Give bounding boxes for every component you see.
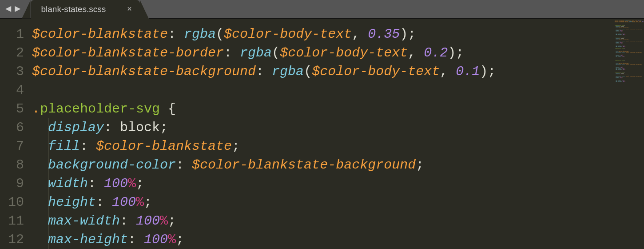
line-number: 10 xyxy=(0,193,24,212)
line-number: 8 xyxy=(0,156,24,174)
code-line: fill: $color-blankstate; xyxy=(32,137,644,156)
line-number-gutter: 123456789101112 xyxy=(0,19,32,249)
code-line: max-width: 100%; xyxy=(32,212,644,230)
line-number: 11 xyxy=(0,212,24,230)
line-number: 6 xyxy=(0,118,24,137)
code-line: $color-blankstate-background: rgba($colo… xyxy=(32,62,644,81)
code-line xyxy=(32,81,644,100)
nav-arrows: ◀ ▶ xyxy=(0,4,26,14)
tab-bar: ◀ ▶ blank-states.scss × xyxy=(0,0,644,19)
code-line: height: 100%; xyxy=(32,193,644,212)
nav-back-icon[interactable]: ◀ xyxy=(5,4,11,14)
line-number: 3 xyxy=(0,62,24,81)
code-line: $color-blankstate: rgba($color-body-text… xyxy=(32,25,644,44)
code-line: .placeholder-svg { xyxy=(32,100,644,118)
line-number: 9 xyxy=(0,174,24,193)
code-line: display: block; xyxy=(32,118,644,137)
line-number: 5 xyxy=(0,100,24,118)
minimap[interactable]: $color-blankstate: rgba($color-body-text… xyxy=(613,19,644,249)
line-number: 1 xyxy=(0,25,24,44)
nav-forward-icon[interactable]: ▶ xyxy=(15,4,20,14)
line-number: 2 xyxy=(0,44,24,62)
minimap-content: $color-blankstate: rgba($color-body-text… xyxy=(615,20,644,82)
code-line: max-height: 100%; xyxy=(32,230,644,249)
code-line: $color-blankstate-border: rgba($color-bo… xyxy=(32,44,644,62)
code-content[interactable]: $color-blankstate: rgba($color-body-text… xyxy=(32,19,644,249)
line-number: 4 xyxy=(0,81,24,100)
tab-filename: blank-states.scss xyxy=(41,4,106,14)
close-icon[interactable]: × xyxy=(127,4,132,14)
line-number: 7 xyxy=(0,137,24,156)
file-tab[interactable]: blank-states.scss × xyxy=(31,0,140,19)
code-line: width: 100%; xyxy=(32,174,644,193)
line-number: 12 xyxy=(0,230,24,249)
code-line: background-color: $color-blankstate-back… xyxy=(32,156,644,174)
editor-area: 123456789101112 $color-blankstate: rgba(… xyxy=(0,19,644,249)
